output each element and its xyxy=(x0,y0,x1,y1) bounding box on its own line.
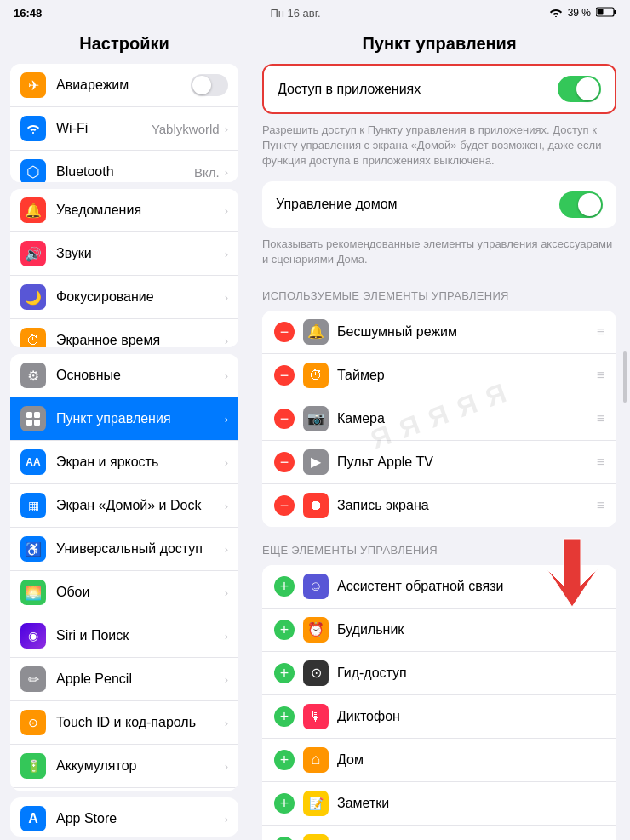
sidebar-item-sounds[interactable]: 🔊 Звуки › xyxy=(10,232,238,276)
sidebar-item-battery[interactable]: 🔋 Аккумулятор › xyxy=(10,745,238,788)
alarm-label: Будильник xyxy=(337,622,604,637)
timer-reorder[interactable]: ≡ xyxy=(597,368,604,383)
sidebar-item-wifi[interactable]: Wi-Fi Yablykworld › xyxy=(10,107,238,151)
remove-screenrecord-button[interactable]: − xyxy=(274,495,295,516)
remove-timer-button[interactable]: − xyxy=(274,365,295,386)
wallpaper-chevron: › xyxy=(225,586,228,599)
camera-icon: 📷 xyxy=(303,406,329,431)
battery-setting-icon: 🔋 xyxy=(20,753,46,779)
status-bar: 16:48 Пн 16 авг. 39 % xyxy=(0,0,630,26)
general-chevron: › xyxy=(225,369,228,382)
sounds-icon: 🔊 xyxy=(20,241,46,266)
battery-label: Аккумулятор xyxy=(56,758,225,774)
sidebar-item-display[interactable]: AA Экран и яркость › xyxy=(10,441,238,484)
quicknote-icon: 🗒 xyxy=(303,834,329,840)
wallpaper-icon: 🌅 xyxy=(20,580,46,605)
controlcenter-icon xyxy=(20,406,46,431)
sidebar-item-wallpaper[interactable]: 🌅 Обои › xyxy=(10,571,238,614)
notifications-icon: 🔔 xyxy=(20,197,46,223)
focus-label: Фокусирование xyxy=(56,289,225,305)
applepencil-icon: ✏ xyxy=(20,666,46,692)
appletv-reorder[interactable]: ≡ xyxy=(597,454,604,470)
sidebar-item-accessibility[interactable]: ♿ Универсальный доступ › xyxy=(10,528,238,571)
sidebar-item-privacy[interactable]: ✋ Конфиденциальность › xyxy=(10,788,238,791)
access-toggle-item[interactable]: Доступ в приложениях xyxy=(264,66,615,112)
silent-reorder[interactable]: ≡ xyxy=(597,324,604,340)
more-controls-list: + ☺ Ассистент обратной связи + ⏰ Будильн… xyxy=(262,565,616,840)
sidebar-item-notifications[interactable]: 🔔 Уведомления › xyxy=(10,189,238,232)
sidebar-item-general[interactable]: ⚙ Основные › xyxy=(10,354,238,397)
appletv-label: Пульт Apple TV xyxy=(337,454,597,470)
display-label: Экран и яркость xyxy=(56,454,225,470)
more-section-title: ЕЩЕ ЭЛЕМЕНТЫ УПРАВЛЕНИЯ xyxy=(249,530,630,562)
control-item-voice: + 🎙 Диктофон xyxy=(262,695,616,739)
sidebar-title: Настройки xyxy=(0,26,249,60)
airplane-label: Авиарежим xyxy=(56,77,191,93)
svg-rect-2 xyxy=(598,9,604,14)
camera-reorder[interactable]: ≡ xyxy=(597,411,604,426)
home-description: Показывать рекомендованные элементы упра… xyxy=(249,231,630,276)
accessibility-chevron: › xyxy=(225,543,228,556)
home-toggle-item[interactable]: Управление домом xyxy=(262,181,616,228)
camera-label: Камера xyxy=(337,411,597,426)
sidebar-item-controlcenter[interactable]: Пункт управления › xyxy=(10,397,238,441)
add-alarm-button[interactable]: + xyxy=(274,620,295,640)
sidebar-item-bluetooth[interactable]: ⬡ Bluetooth Вкл. › xyxy=(10,151,238,182)
airplane-toggle[interactable] xyxy=(191,74,228,96)
sidebar-item-airplane[interactable]: ✈ Авиарежим xyxy=(10,64,238,107)
add-quicknote-button[interactable]: + xyxy=(274,837,295,840)
control-item-timer: − ⏱ Таймер ≡ xyxy=(262,354,616,397)
appstore-chevron: › xyxy=(225,813,228,826)
screenrecord-reorder[interactable]: ≡ xyxy=(597,498,604,513)
control-item-assistive: + ☺ Ассистент обратной связи xyxy=(262,565,616,609)
battery-chevron: › xyxy=(225,760,228,773)
add-home-button[interactable]: + xyxy=(274,750,295,770)
add-notes-button[interactable]: + xyxy=(274,793,295,814)
control-item-silent: − 🔔 Бесшумный режим ≡ xyxy=(262,311,616,354)
voice-label: Диктофон xyxy=(337,709,604,724)
silent-icon: 🔔 xyxy=(303,319,329,345)
sidebar-item-applepencil[interactable]: ✏ Apple Pencil › xyxy=(10,658,238,701)
used-controls-list: − 🔔 Бесшумный режим ≡ − ⏱ Таймер ≡ − 📷 К… xyxy=(262,311,616,527)
assistive-label: Ассистент обратной связи xyxy=(337,579,604,594)
sidebar-item-touchid[interactable]: ⊙ Touch ID и код-пароль › xyxy=(10,701,238,745)
bluetooth-label: Bluetooth xyxy=(56,164,194,180)
focus-icon: 🌙 xyxy=(20,284,46,310)
wallpaper-label: Обои xyxy=(56,585,225,600)
sidebar-item-appstore[interactable]: A App Store › xyxy=(10,797,238,837)
add-assistive-button[interactable]: + xyxy=(274,576,295,597)
touchid-label: Touch ID и код-пароль xyxy=(56,715,225,730)
sidebar-section-connectivity: ✈ Авиарежим Wi-Fi Yablykworld › ⬡ Blueto… xyxy=(10,64,238,182)
silent-label: Бесшумный режим xyxy=(337,324,597,340)
add-guided-button[interactable]: + xyxy=(274,663,295,683)
controlcenter-label: Пункт управления xyxy=(56,411,225,426)
battery-text: 39 % xyxy=(568,7,591,19)
status-right: 39 % xyxy=(549,7,616,20)
sidebar-item-homescreen[interactable]: ▦ Экран «Домой» и Dock › xyxy=(10,484,238,528)
remove-silent-button[interactable]: − xyxy=(274,322,295,342)
sidebar-item-focus[interactable]: 🌙 Фокусирование › xyxy=(10,276,238,319)
display-icon: AA xyxy=(20,449,46,475)
appstore-label: App Store xyxy=(56,811,225,826)
sidebar-item-siri[interactable]: ◉ Siri и Поиск › xyxy=(10,614,238,658)
siri-chevron: › xyxy=(225,630,228,643)
svg-rect-3 xyxy=(26,412,32,418)
wifi-icon xyxy=(549,7,563,20)
home-toggle-section: Управление домом xyxy=(262,181,616,228)
screentime-icon: ⏱ xyxy=(20,328,46,347)
home-toggle[interactable] xyxy=(559,191,603,218)
homescreen-icon: ▦ xyxy=(20,493,46,518)
alarm-icon: ⏰ xyxy=(303,617,329,643)
remove-appletv-button[interactable]: − xyxy=(274,452,295,472)
notes-icon: 📝 xyxy=(303,791,329,816)
wifi-value: Yablykworld xyxy=(152,122,220,136)
sidebar-item-screentime[interactable]: ⏱ Экранное время › xyxy=(10,319,238,347)
screentime-label: Экранное время xyxy=(56,333,225,347)
access-toggle[interactable] xyxy=(558,76,601,102)
guided-icon: ⊙ xyxy=(303,660,329,686)
add-voice-button[interactable]: + xyxy=(274,706,295,727)
wifi-label: Wi-Fi xyxy=(56,121,152,136)
notes-label: Заметки xyxy=(337,796,604,811)
sidebar-section-appstore: A App Store › xyxy=(10,797,238,837)
remove-camera-button[interactable]: − xyxy=(274,409,295,429)
